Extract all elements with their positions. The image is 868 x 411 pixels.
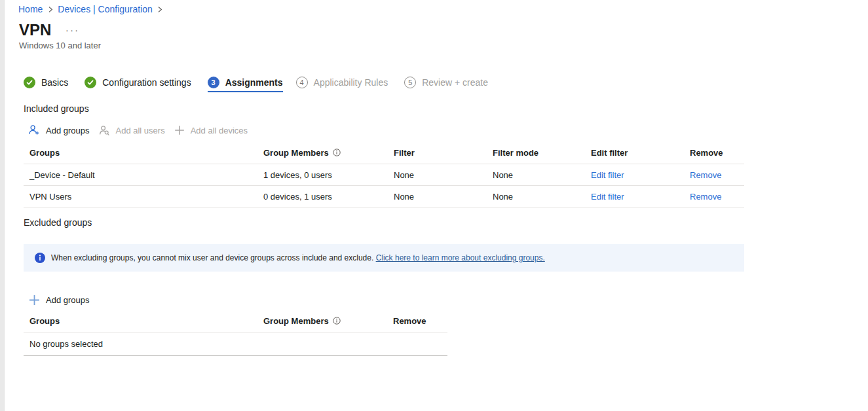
column-header-group-members: Group Members [257,316,387,327]
column-header-edit-filter: Edit filter [585,148,684,158]
chevron-right-icon [48,6,53,13]
table-header-row: Groups Group Members Filter Filter mode … [24,142,744,164]
group-name-cell: VPN Users [24,192,257,202]
tab-label: Configuration settings [102,77,191,88]
page-title: VPN [19,22,51,38]
remove-link[interactable]: Remove [690,170,721,180]
column-header-remove: Remove [684,148,744,158]
step-complete-check-icon [24,77,35,88]
excluded-add-groups-button[interactable]: Add groups [29,291,90,308]
no-groups-selected-text: No groups selected [24,339,257,349]
empty-table-row: No groups selected [24,332,447,356]
blade-left-edge [0,0,5,411]
column-header-filter: Filter [388,148,487,158]
included-groups-toolbar: Add groups Add all users Add all devices [28,122,257,139]
tab-label: Basics [41,77,68,88]
banner-learn-more-link[interactable]: Click here to learn more about excluding… [376,253,545,262]
edit-filter-link: Edit filter [585,170,684,180]
tab-review-create[interactable]: 5 Review + create [404,73,488,92]
table-header-row: Groups Group Members Remove [24,310,447,332]
filter-cell: None [388,170,487,180]
info-filled-icon [35,253,45,263]
plus-icon [29,295,40,306]
info-icon[interactable] [333,317,341,327]
more-menu-button[interactable]: ··· [66,26,80,35]
remove-link[interactable]: Remove [690,192,721,202]
excluded-groups-table: Groups Group Members Remove No groups se… [24,310,447,356]
step-number-badge: 3 [208,77,219,88]
group-members-cell: 1 devices, 0 users [257,170,388,180]
group-name-cell: _Device - Default [24,170,257,180]
add-groups-label: Add groups [46,295,90,305]
step-number-badge: 4 [296,77,308,88]
column-header-remove: Remove [387,316,447,326]
add-all-users-label: Add all users [116,126,165,135]
plus-icon [174,125,185,135]
filter-mode-cell: None [487,170,585,180]
column-header-filter-mode: Filter mode [487,148,585,158]
included-groups-table: Groups Group Members Filter Filter mode … [24,142,744,207]
edit-filter-link[interactable]: Edit filter [591,170,624,180]
step-number-badge: 5 [404,77,416,88]
excluded-groups-label: Excluded groups [24,217,92,228]
remove-link: Remove [684,192,744,202]
wizard-steps: Basics Configuration settings 3 Assignme… [24,73,504,92]
chevron-right-icon [157,6,162,13]
remove-link: Remove [684,170,744,180]
tab-assignments[interactable]: 3 Assignments [208,73,283,92]
table-row: VPN Users 0 devices, 1 users None None E… [24,186,744,207]
tab-label: Applicability Rules [314,77,388,88]
breadcrumb: Home Devices | Configuration [18,4,168,14]
group-members-cell: 0 devices, 1 users [257,192,388,202]
filter-cell: None [388,192,487,202]
add-groups-label: Add groups [46,126,90,135]
tab-label: Assignments [225,77,283,88]
banner-text: When excluding groups, you cannot mix us… [51,253,545,262]
edit-filter-link[interactable]: Edit filter [591,192,624,202]
info-banner: When excluding groups, you cannot mix us… [24,244,744,272]
step-complete-check-icon [85,77,96,88]
page-subtitle: Windows 10 and later [19,41,101,50]
add-groups-button[interactable]: Add groups [28,124,90,136]
filter-mode-cell: None [487,192,585,202]
add-person-icon [28,124,40,136]
tab-configuration-settings[interactable]: Configuration settings [85,73,191,92]
add-all-devices-label: Add all devices [191,126,248,135]
tab-basics[interactable]: Basics [24,73,68,92]
tab-applicability-rules[interactable]: 4 Applicability Rules [296,73,388,92]
column-header-group-members: Group Members [257,148,388,158]
column-header-groups: Groups [24,316,257,326]
add-all-devices-button[interactable]: Add all devices [174,125,248,135]
tab-label: Review + create [422,77,488,88]
included-groups-label: Included groups [24,103,89,114]
column-header-groups: Groups [24,148,257,158]
edit-filter-link: Edit filter [585,192,684,202]
breadcrumb-home-link[interactable]: Home [18,4,43,14]
breadcrumb-devices-configuration-link[interactable]: Devices | Configuration [58,4,152,14]
table-row: _Device - Default 1 devices, 0 users Non… [24,164,744,186]
user-search-icon [99,125,110,136]
info-icon[interactable] [333,149,341,158]
add-all-users-button[interactable]: Add all users [99,125,165,136]
